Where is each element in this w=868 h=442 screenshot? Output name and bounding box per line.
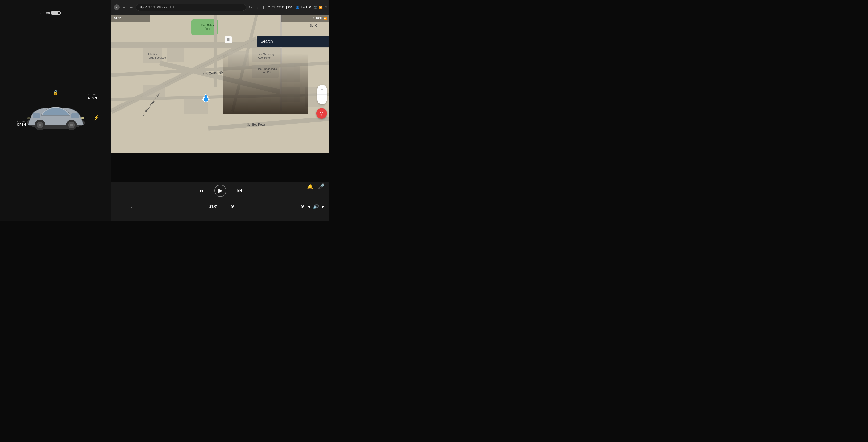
svg-text:⬆: ⬆ [205, 98, 207, 101]
temp-control: ‹ 23.0° › [206, 205, 220, 208]
svg-rect-9 [81, 117, 84, 119]
battery-km: 333 km [39, 11, 50, 15]
browser-forward-button[interactable]: → [128, 4, 134, 10]
fan-icon: ❄ [230, 204, 235, 209]
right-controls: 🔔 🎤 [307, 183, 324, 190]
map-moon-icon: ☽ [312, 17, 314, 20]
map-signal-icon: 📶 [323, 17, 327, 20]
zoom-in-button[interactable]: + [317, 85, 327, 94]
time-display: 01:51 [268, 6, 275, 9]
svg-rect-26 [143, 49, 162, 63]
hvac-icon: ❄ [300, 204, 304, 209]
search-bar[interactable]: Search [257, 36, 330, 47]
trunk-label: TRUNK OPEN [88, 93, 97, 99]
download-button[interactable]: ⬇ [261, 4, 266, 11]
temp-up-button[interactable]: › [219, 205, 221, 208]
fan-button[interactable]: ❄ [230, 204, 235, 209]
svg-rect-33 [281, 87, 300, 102]
svg-point-5 [38, 124, 41, 126]
svg-rect-28 [228, 51, 249, 67]
map-background: Parc Gabor Áron [112, 14, 330, 153]
svg-text:Bod Peter: Bod Peter [261, 71, 273, 73]
car-status-area: 🔓 TRUNK OPEN FRUNK OPEN ⚡ [22, 101, 90, 135]
trunk-title: TRUNK [88, 93, 97, 96]
bottom-controls: ⏮ ▶ ⏭ 🔔 🎤 ♪ ‹ 23.0° › ❄ ❄ [112, 182, 330, 221]
svg-rect-16 [112, 47, 330, 48]
browser-close-button[interactable]: × [114, 4, 120, 10]
svg-text:Áron: Áron [205, 27, 210, 30]
location-icon: ◎ [320, 111, 323, 116]
next-track-button[interactable]: ⏭ [234, 185, 246, 197]
right-bottom-controls: ❄ ◀ 🔊 ▶ [300, 204, 324, 209]
prev-track-button[interactable]: ⏮ [195, 185, 207, 197]
media-controls-row: ⏮ ▶ ⏭ 🔔 🎤 [112, 182, 330, 199]
svg-rect-11 [112, 14, 330, 153]
svg-rect-27 [167, 49, 184, 62]
map-svg: Parc Gabor Áron [112, 14, 330, 153]
map-menu-button[interactable]: ☰ [225, 36, 232, 43]
car-silhouette [22, 101, 90, 135]
map-status-bar: 01:51 [112, 14, 150, 22]
user-name: Emil [301, 6, 307, 9]
sos-badge: SOS [286, 6, 294, 9]
svg-text:Str. C: Str. C [310, 24, 317, 27]
temp-down-button[interactable]: ‹ [206, 205, 208, 208]
svg-rect-10 [27, 117, 30, 119]
zoom-out-button[interactable]: − [317, 94, 327, 104]
browser-back-button[interactable]: ← [121, 4, 127, 10]
music-note-icon: ♪ [131, 205, 132, 208]
svg-text:Liceul Tehnologic: Liceul Tehnologic [255, 53, 276, 56]
settings-icon: ⚙ [309, 6, 311, 9]
notification-button[interactable]: 🔔 [307, 184, 313, 189]
camera-icon: 📷 [313, 6, 317, 9]
map-temp: 18°C [316, 17, 322, 20]
map-container[interactable]: Parc Gabor Áron [112, 14, 330, 153]
user-icon: 👤 [296, 6, 299, 9]
svg-text:Parc Gabor: Parc Gabor [201, 24, 214, 27]
top-status-bar: × ← → ↻ ☆ ⬇ 01:51 22° C SOS 👤 Emil ⚙ 📷 📶… [112, 0, 330, 14]
volume-down-button[interactable]: ◀ [307, 205, 310, 208]
address-bar[interactable] [135, 4, 246, 11]
battery-info: 333 km [39, 11, 60, 15]
charging-icon: ⚡ [93, 115, 99, 121]
volume-right-button[interactable]: ▶ [322, 205, 324, 208]
svg-text:Primăria: Primăria [148, 53, 158, 56]
temp-display: 22° C [277, 6, 284, 9]
lock-icon: 🔓 [53, 90, 58, 95]
mic-button[interactable]: 🎤 [318, 183, 324, 190]
bluetooth-icon: ⬡ [324, 6, 327, 9]
battery-bar-icon [51, 11, 60, 14]
volume-button[interactable]: 🔊 [313, 204, 319, 209]
svg-rect-1 [33, 113, 40, 118]
map-right-status: ☽ 18°C 📶 [281, 14, 330, 22]
svg-text:Str. Bod Péter: Str. Bod Péter [247, 123, 265, 126]
bookmark-button[interactable]: ☆ [254, 4, 259, 11]
play-pause-button[interactable]: ▶ [214, 185, 226, 197]
hvac-button[interactable]: ❄ [300, 204, 304, 209]
search-label: Search [260, 39, 273, 43]
location-button[interactable]: ◎ [316, 108, 327, 119]
battery-fill [52, 11, 58, 14]
svg-rect-34 [281, 63, 300, 82]
zoom-controls: + − [317, 85, 327, 104]
tesla-dashboard: 333 km 🔓 TRUNK OPEN FRUNK OPEN ⚡ [0, 0, 112, 221]
right-dark-area [330, 0, 434, 221]
refresh-button[interactable]: ↻ [248, 4, 253, 11]
wifi-icon: 📶 [319, 6, 322, 9]
svg-rect-2 [71, 113, 79, 118]
svg-point-8 [70, 124, 73, 126]
svg-text:Apor Peter: Apor Peter [258, 56, 271, 59]
left-section: ♪ [131, 204, 132, 209]
trunk-status: OPEN [88, 96, 97, 99]
svg-text:Târgu Secuiesc: Târgu Secuiesc [147, 56, 166, 59]
map-time: 01:51 [114, 17, 122, 20]
temp-value: 23.0° [210, 205, 217, 208]
svg-rect-32 [143, 85, 165, 99]
svg-text:Liceul pedagogic: Liceul pedagogic [257, 67, 277, 70]
bottom-row: ♪ ‹ 23.0° › ❄ ❄ ◀ 🔊 ▶ [112, 199, 330, 214]
